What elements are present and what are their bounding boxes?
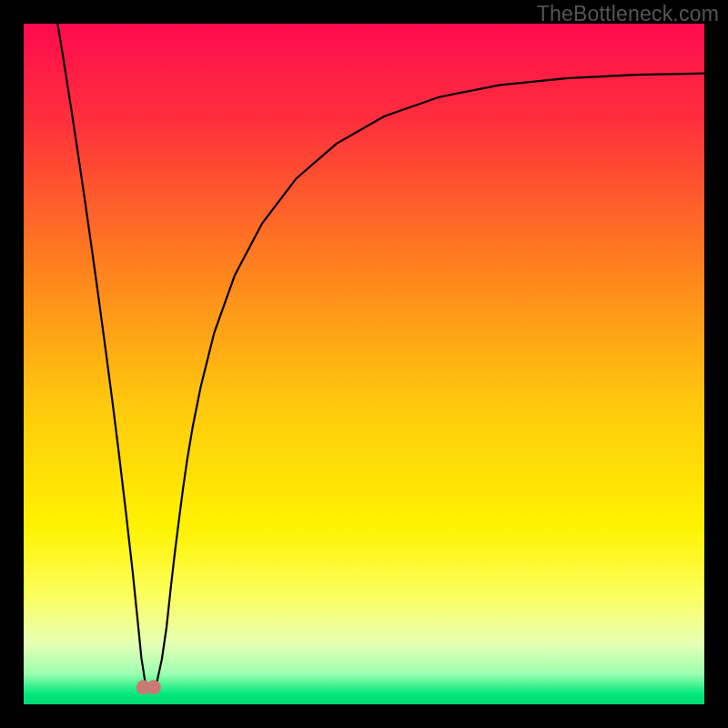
chart-frame: TheBottleneck.com [0,0,728,728]
chart-background-gradient [24,24,704,704]
chart-marker-1 [147,680,161,694]
chart-plot-area [24,24,704,704]
watermark-text: TheBottleneck.com [537,2,719,26]
chart-svg [24,24,704,704]
